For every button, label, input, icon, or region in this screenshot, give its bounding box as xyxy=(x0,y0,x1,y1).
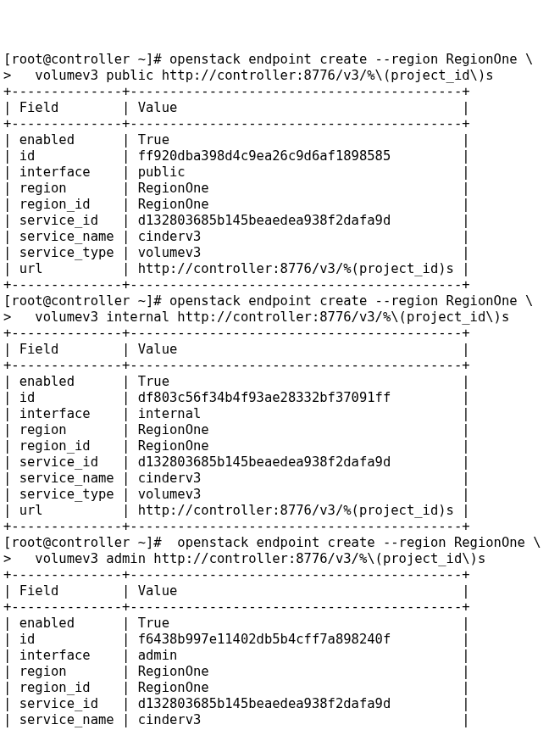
terminal-output: [root@controller ~]# openstack endpoint … xyxy=(3,52,557,730)
